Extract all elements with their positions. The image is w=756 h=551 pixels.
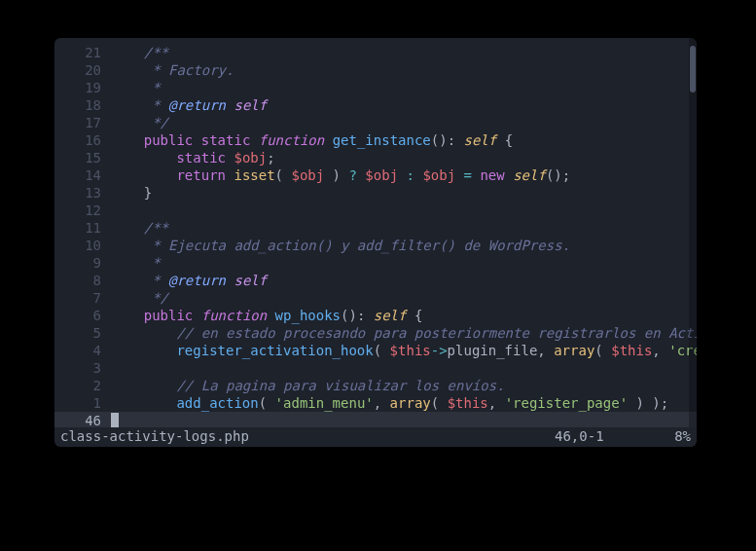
- code-line[interactable]: 6 public function wp_hooks(): self {: [54, 307, 697, 324]
- status-cursor-pos: 46,0-1: [555, 427, 662, 445]
- text-cursor: [111, 413, 119, 427]
- line-number: 15: [54, 149, 111, 166]
- line-content: register_activation_hook( $this->plugin_…: [111, 342, 697, 359]
- line-content: public static function get_instance(): s…: [111, 131, 697, 149]
- code-line[interactable]: 21 /**: [54, 44, 697, 61]
- code-line-current[interactable]: 46: [54, 412, 697, 427]
- code-line[interactable]: 5 // en estado procesando para posterior…: [54, 324, 697, 342]
- code-line[interactable]: 7 */: [54, 289, 697, 307]
- code-line[interactable]: 9 *: [54, 254, 697, 272]
- code-line[interactable]: 4 register_activation_hook( $this->plugi…: [54, 342, 697, 359]
- line-content: *: [111, 79, 697, 96]
- line-content: [111, 202, 697, 219]
- line-number: 10: [54, 237, 111, 254]
- code-line[interactable]: 19 *: [54, 79, 697, 96]
- line-number: 12: [54, 202, 111, 219]
- line-number: 16: [54, 131, 111, 149]
- editor-body: 21 /**20 * Factory.19 *18 * @return self…: [54, 38, 697, 427]
- code-line[interactable]: 20 * Factory.: [54, 61, 697, 79]
- line-content: * Ejecuta add_action() y add_filter() de…: [111, 237, 697, 254]
- line-number: 3: [54, 359, 111, 377]
- status-percent: 8%: [662, 427, 691, 445]
- line-number: 5: [54, 324, 111, 342]
- code-line[interactable]: 16 public static function get_instance()…: [54, 131, 697, 149]
- line-number: 4: [54, 342, 111, 359]
- line-content: add_action( 'admin_menu', array( $this, …: [111, 394, 697, 412]
- line-number: 20: [54, 61, 111, 79]
- line-content: *: [111, 254, 697, 272]
- line-number: 2: [54, 377, 111, 394]
- line-content: // La pagina para visualizar los envíos.: [111, 377, 697, 394]
- line-content: public function wp_hooks(): self {: [111, 307, 697, 324]
- line-content: }: [111, 184, 697, 202]
- line-content: // en estado procesando para posteriorme…: [111, 324, 697, 342]
- code-area[interactable]: 21 /**20 * Factory.19 *18 * @return self…: [54, 38, 697, 427]
- code-line[interactable]: 11 /**: [54, 219, 697, 237]
- line-number: 19: [54, 79, 111, 96]
- line-number: 46: [54, 412, 111, 427]
- line-content: [111, 412, 697, 427]
- line-content: static $obj;: [111, 149, 697, 166]
- line-content: * @return self: [111, 96, 697, 114]
- code-line[interactable]: 14 return isset( $obj ) ? $obj : $obj = …: [54, 166, 697, 184]
- line-number: 6: [54, 307, 111, 324]
- code-line[interactable]: 18 * @return self: [54, 96, 697, 114]
- line-number: 7: [54, 289, 111, 307]
- status-bar: class-activity-logs.php 46,0-1 8%: [54, 427, 697, 447]
- line-content: * @return self: [111, 272, 697, 289]
- line-content: /**: [111, 44, 697, 61]
- line-content: * Factory.: [111, 61, 697, 79]
- code-line[interactable]: 8 * @return self: [54, 272, 697, 289]
- line-number: 14: [54, 166, 111, 184]
- line-content: return isset( $obj ) ? $obj : $obj = new…: [111, 166, 697, 184]
- code-line[interactable]: 12: [54, 202, 697, 219]
- code-line[interactable]: 15 static $obj;: [54, 149, 697, 166]
- code-line[interactable]: 1 add_action( 'admin_menu', array( $this…: [54, 394, 697, 412]
- scrollbar-thumb[interactable]: [690, 46, 696, 92]
- terminal-window: 21 /**20 * Factory.19 *18 * @return self…: [54, 38, 697, 447]
- scrollbar-track[interactable]: [689, 38, 697, 427]
- line-content: */: [111, 289, 697, 307]
- line-number: 13: [54, 184, 111, 202]
- status-filename: class-activity-logs.php: [60, 427, 555, 445]
- line-content: */: [111, 114, 697, 131]
- line-number: 9: [54, 254, 111, 272]
- code-line[interactable]: 13 }: [54, 184, 697, 202]
- line-content: [111, 359, 697, 377]
- line-number: 18: [54, 96, 111, 114]
- line-number: 17: [54, 114, 111, 131]
- line-number: 21: [54, 44, 111, 61]
- code-line[interactable]: 17 */: [54, 114, 697, 131]
- line-content: /**: [111, 219, 697, 237]
- code-line[interactable]: 2 // La pagina para visualizar los envío…: [54, 377, 697, 394]
- line-number: 1: [54, 394, 111, 412]
- line-number: 8: [54, 272, 111, 289]
- code-line[interactable]: 3: [54, 359, 697, 377]
- code-line[interactable]: 10 * Ejecuta add_action() y add_filter()…: [54, 237, 697, 254]
- line-number: 11: [54, 219, 111, 237]
